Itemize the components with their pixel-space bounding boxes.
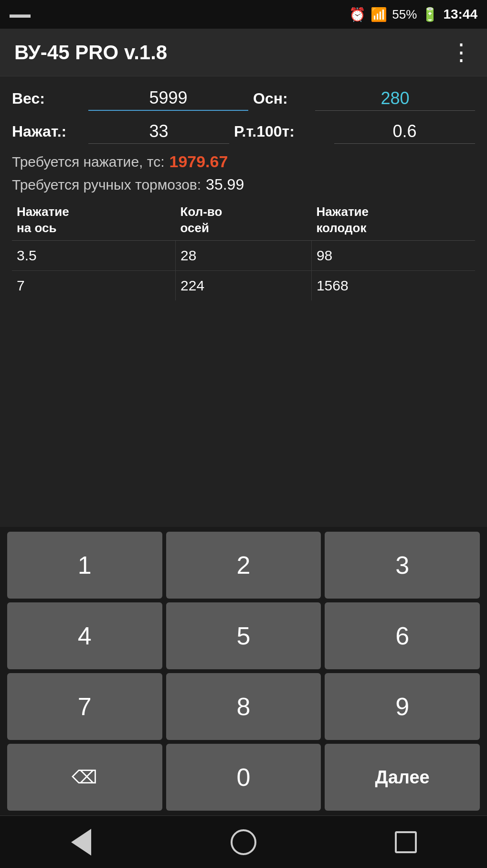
rt100t-input[interactable] [334, 119, 475, 144]
result1-value: 1979.67 [169, 152, 228, 171]
table-cell-0-0: 3.5 [12, 240, 176, 270]
table-cell-1-2: 1568 [311, 270, 475, 300]
result-line-1: Требуется нажатие, тс: 1979.67 [12, 152, 475, 171]
nav-bar [0, 815, 487, 868]
table-header-1: Кол-воосей [176, 200, 312, 240]
pressed-input[interactable] [88, 119, 229, 144]
key-5-button[interactable]: 5 [166, 602, 321, 669]
signal-icon: 📶 [371, 7, 387, 22]
back-button[interactable] [57, 823, 105, 861]
key-6-button[interactable]: 6 [325, 602, 480, 669]
keypad-section: 123456789⌫0Далее [0, 527, 487, 815]
menu-button[interactable]: ⋮ [450, 41, 473, 64]
status-bar: ▬▬ ⏰ 📶 55% 🔋 13:44 [0, 0, 487, 29]
table-cell-0-2: 98 [311, 240, 475, 270]
table-header-2: Нажатиеколодок [311, 200, 475, 240]
result1-label: Требуется нажатие, тс: [12, 154, 164, 170]
key-1-button[interactable]: 1 [7, 532, 162, 599]
battery-percent: 55% [392, 7, 417, 22]
table-header-0: Нажатиена ось [12, 200, 176, 240]
key-3-button[interactable]: 3 [325, 532, 480, 599]
key-9-button[interactable]: 9 [325, 673, 480, 740]
result2-label: Требуется ручных тормозов: [12, 177, 201, 193]
status-icons: ⏰ 📶 55% 🔋 13:44 [349, 7, 477, 22]
home-icon [231, 829, 256, 855]
dalec-button[interactable]: Далее [325, 744, 480, 811]
weight-label: Вес: [12, 90, 84, 107]
key-8-button[interactable]: 8 [166, 673, 321, 740]
keypad-grid: 123456789⌫0Далее [7, 532, 480, 811]
status-left: ▬▬ [10, 8, 31, 21]
key-7-button[interactable]: 7 [7, 673, 162, 740]
weight-input[interactable] [88, 86, 248, 111]
table-row: 72241568 [12, 270, 475, 300]
recent-button[interactable] [382, 823, 430, 861]
recent-icon [395, 831, 417, 853]
table-cell-0-1: 28 [176, 240, 312, 270]
data-table: Нажатиена ось Кол-воосей Нажатиеколодок … [12, 200, 475, 300]
app-title: ВУ-45 PRO v.1.8 [14, 41, 167, 64]
status-time: 13:44 [443, 7, 477, 22]
result2-value: 35.99 [206, 176, 244, 193]
axes-input[interactable] [315, 86, 475, 111]
table-cell-1-0: 7 [12, 270, 176, 300]
key-0-button[interactable]: 0 [166, 744, 321, 811]
pressed-label: Нажат.: [12, 123, 84, 140]
back-icon [71, 829, 91, 856]
rt100t-label: Р.т.100т: [234, 123, 329, 140]
key-4-button[interactable]: 4 [7, 602, 162, 669]
table-row: 3.52898 [12, 240, 475, 270]
main-content: Вес: Осн: Нажат.: Р.т.100т: Требуется на… [0, 76, 487, 527]
key-2-button[interactable]: 2 [166, 532, 321, 599]
home-button[interactable] [220, 823, 267, 861]
table-cell-1-1: 224 [176, 270, 312, 300]
battery-icon: 🔋 [422, 7, 438, 22]
app-header: ВУ-45 PRO v.1.8 ⋮ [0, 29, 487, 76]
axes-label: Осн: [253, 90, 310, 107]
pressed-row: Нажат.: Р.т.100т: [12, 119, 475, 144]
result-line-2: Требуется ручных тормозов: 35.99 [12, 176, 475, 193]
weight-row: Вес: Осн: [12, 86, 475, 111]
alarm-icon: ⏰ [349, 7, 366, 22]
backspace-button[interactable]: ⌫ [7, 744, 162, 811]
